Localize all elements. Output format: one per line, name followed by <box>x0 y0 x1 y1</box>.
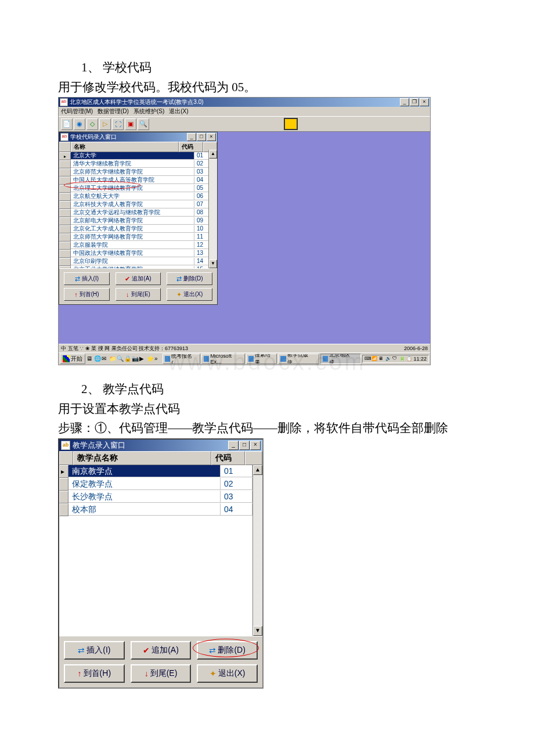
delete-button[interactable]: ⇄删除(D) <box>167 272 212 285</box>
row-name: 长沙教学点 <box>68 491 221 503</box>
table-row[interactable]: 校本部04 <box>59 503 252 516</box>
table-row[interactable]: 北京大学01 <box>59 152 217 160</box>
close-button[interactable]: × <box>250 441 261 450</box>
ql-icon[interactable]: ▶ <box>139 355 146 362</box>
insert-button[interactable]: ⇄插入(I) <box>64 272 110 285</box>
row-name: 南京教学点 <box>68 465 221 477</box>
toolbar-btn-3[interactable]: ◇ <box>86 118 98 130</box>
ql-more[interactable]: » <box>154 355 161 362</box>
scroll-up-button[interactable]: ▲ <box>253 465 262 475</box>
toolbar-btn-5[interactable]: ⛶ <box>112 118 124 130</box>
button-panel: ⇄插入(I) ✔追加(A) ⇄删除(D) ↑到首(H) ↓到尾(E) ✦退出(X… <box>59 636 262 687</box>
table-row[interactable]: 清华大学继续教育学院02 <box>59 160 217 168</box>
table-row[interactable]: 北京科技大学成人教育学院07 <box>59 201 217 209</box>
grid-header-code[interactable]: 代码 <box>211 451 245 465</box>
table-row[interactable]: 北京印刷学院14 <box>59 258 217 266</box>
exit-button[interactable]: ✦退出(X) <box>167 288 212 301</box>
inner-minimize-button[interactable]: _ <box>187 133 196 141</box>
menu-code[interactable]: 代码管理(M) <box>61 107 93 116</box>
table-row[interactable]: 北京师范大学网络教育学院11 <box>59 233 217 242</box>
table-row[interactable]: 南京教学点01 <box>59 465 252 478</box>
first-button[interactable]: ↑到首(H) <box>64 288 110 301</box>
row-marker <box>59 225 71 233</box>
menu-system[interactable]: 系统维护(S) <box>134 107 164 116</box>
toolbar-btn-4[interactable]: ▷ <box>99 118 111 130</box>
table-row[interactable]: 中国政法大学继续教育学院13 <box>59 250 217 258</box>
grid-header-name[interactable]: 教学点名称 <box>73 451 211 465</box>
toolbar-exit-icon[interactable] <box>284 118 298 130</box>
taskbar-item[interactable]: 教学点版使… <box>278 354 319 364</box>
section2-text1: 用于设置本教学点代码 <box>58 399 476 419</box>
last-button[interactable]: ↓到尾(E) <box>116 288 161 301</box>
tray-icon[interactable]: ⌨ <box>365 356 370 362</box>
scroll-track[interactable] <box>253 475 262 626</box>
grid-scrollbar[interactable]: ▲ ▼ <box>208 150 217 268</box>
ql-icon[interactable]: ⭐ <box>147 355 154 362</box>
toolbar-btn-7[interactable]: 🔍 <box>138 118 149 130</box>
toolbar-btn-6[interactable]: ▣ <box>125 118 136 130</box>
minimize-button[interactable]: _ <box>228 441 239 450</box>
append-button[interactable]: ✔追加(A) <box>116 272 161 285</box>
window-icon: ab <box>61 441 70 450</box>
tray-icon[interactable]: 🛡 <box>392 356 398 362</box>
grid-header-name[interactable]: 名称 <box>71 142 179 152</box>
table-row[interactable]: 中国人民大学成人高等教育学院04 <box>59 177 217 185</box>
menubar: 代码管理(M) 数据管理(D) 系统维护(S) 退出(X) <box>59 107 430 116</box>
ql-icon[interactable]: 🖥 <box>86 355 93 362</box>
grid-scrollbar[interactable]: ▲ ▼ <box>252 465 262 636</box>
scroll-down-button[interactable]: ▼ <box>253 626 262 636</box>
minimize-button[interactable]: _ <box>400 98 409 106</box>
tray-icon[interactable]: 📶 <box>371 356 377 362</box>
menu-data[interactable]: 数据管理(D) <box>98 107 129 116</box>
table-row[interactable]: 北京服装学院12 <box>59 242 217 250</box>
scroll-track[interactable] <box>209 159 217 260</box>
close-button[interactable]: × <box>420 98 429 106</box>
start-button[interactable]: 开始 <box>60 354 85 364</box>
table-row[interactable]: 北京航空航天大学06 <box>59 193 217 201</box>
append-button[interactable]: ✔追加(A) <box>131 641 192 660</box>
toolbar-btn-1[interactable]: 📄 <box>61 118 73 130</box>
taskbar-item[interactable]: 统考报名(… <box>163 354 200 364</box>
taskbar-item[interactable]: 搜索结果 <box>246 354 277 364</box>
ql-icon[interactable]: ✉ <box>102 355 109 362</box>
row-marker <box>59 177 71 185</box>
first-button[interactable]: ↑到首(H) <box>64 664 125 683</box>
menu-exit[interactable]: 退出(X) <box>169 107 188 116</box>
grid-header-code[interactable]: 代码 <box>179 142 203 152</box>
taskbar-item[interactable]: 北京地区成… <box>320 354 362 364</box>
row-name: 北京化工大学成人教育学院 <box>71 225 194 233</box>
delete-button[interactable]: ⇄删除(D) <box>197 641 258 660</box>
ql-icon[interactable]: 🔒 <box>124 355 131 362</box>
restore-button[interactable]: ❐ <box>410 98 419 106</box>
ql-icon[interactable]: 📷 <box>132 355 139 362</box>
tray-icon[interactable]: 📋 <box>406 356 412 362</box>
ql-icon[interactable]: 📁 <box>109 355 116 362</box>
exit-button[interactable]: ✦退出(X) <box>197 664 258 683</box>
ql-icon[interactable]: 🔍 <box>117 355 124 362</box>
tray-icon[interactable]: 🖥 <box>378 356 384 362</box>
row-marker <box>59 152 71 160</box>
toolbar-btn-2[interactable]: ◉ <box>74 118 85 130</box>
table-row[interactable]: 北京师范大学继续教育学院03 <box>59 168 217 177</box>
row-marker <box>59 503 68 516</box>
table-row[interactable]: 北京交通大学远程与继续教育学院08 <box>59 209 217 217</box>
table-row[interactable]: 北京邮电大学网络教育学院09 <box>59 217 217 225</box>
table-row[interactable]: 长沙教学点03 <box>59 491 252 503</box>
table-row[interactable]: 北京理工大学继续教育学院05 <box>59 185 217 193</box>
inner-maximize-button[interactable]: □ <box>197 133 206 141</box>
last-button[interactable]: ↓到尾(E) <box>131 664 192 683</box>
maximize-button[interactable]: □ <box>239 441 250 450</box>
scroll-down-button[interactable]: ▼ <box>209 260 217 268</box>
button-panel: ⇄插入(I) ✔追加(A) ⇄删除(D) ↑到首(H) ↓到尾(E) ✦退出(X… <box>59 268 217 304</box>
insert-button[interactable]: ⇄插入(I) <box>64 641 125 660</box>
table-row[interactable]: 北京化工大学成人教育学院10 <box>59 225 217 233</box>
ql-icon[interactable]: 🌐 <box>94 355 101 362</box>
row-name: 中国政法大学继续教育学院 <box>71 250 194 257</box>
tray-icon[interactable]: 🔊 <box>385 356 391 362</box>
inner-close-button[interactable]: × <box>207 133 216 141</box>
taskbar-item[interactable]: Microsoft Ex… <box>201 354 245 364</box>
table-row[interactable]: 保定教学点02 <box>59 478 252 491</box>
tray-icon[interactable]: 🔋 <box>399 356 405 362</box>
table-row[interactable]: 北京工业大学继续教育学院15 <box>59 266 217 268</box>
scroll-up-button[interactable]: ▲ <box>209 150 217 159</box>
